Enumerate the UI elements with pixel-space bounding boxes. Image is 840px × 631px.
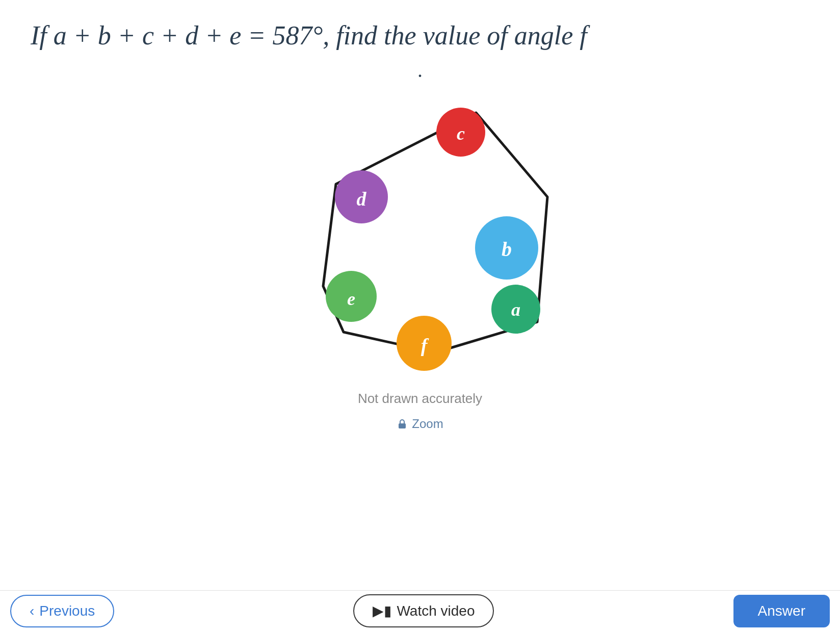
previous-button[interactable]: ‹ Previous xyxy=(10,595,114,627)
bottom-bar: ‹ Previous ▶▮ Watch video Answer xyxy=(0,590,840,631)
svg-rect-0 xyxy=(399,423,406,428)
question-formula: a + b + c + d + e = 587° xyxy=(54,21,323,50)
zoom-hint[interactable]: Zoom xyxy=(397,417,443,431)
diagram-container: a b c d e f Not drawn accurately xyxy=(0,97,840,431)
previous-label: Previous xyxy=(39,603,95,619)
watch-video-label: Watch video xyxy=(397,603,475,619)
watch-video-button[interactable]: ▶▮ Watch video xyxy=(353,594,494,627)
polygon-svg: a b c d e f xyxy=(262,97,578,383)
zoom-label: Zoom xyxy=(412,417,443,431)
angle-e-label: e xyxy=(347,289,355,309)
answer-button[interactable]: Answer xyxy=(733,595,830,627)
lock-icon xyxy=(397,418,408,430)
not-drawn-label: Not drawn accurately xyxy=(358,391,482,407)
question-variable: f xyxy=(580,21,587,50)
angle-a-label: a xyxy=(511,299,520,320)
question-prefix: If xyxy=(31,21,54,50)
video-icon: ▶▮ xyxy=(373,602,391,619)
question-text: If a + b + c + d + e = 587°, find the va… xyxy=(0,0,840,56)
question-suffix: , find the value of angle xyxy=(323,21,580,50)
answer-label: Answer xyxy=(758,603,805,619)
angle-c-label: c xyxy=(457,123,465,144)
polygon-wrapper: a b c d e f xyxy=(262,97,578,383)
chevron-left-icon: ‹ xyxy=(30,603,34,619)
angle-b-label: b xyxy=(502,238,512,261)
angle-d-label: d xyxy=(357,188,367,210)
dot-separator: . xyxy=(0,58,840,82)
